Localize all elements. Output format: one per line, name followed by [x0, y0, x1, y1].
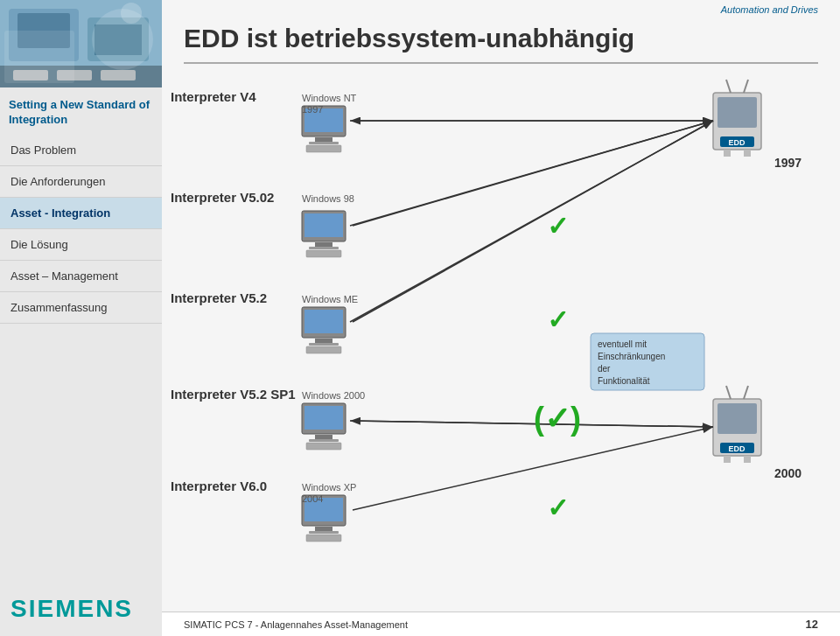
svg-rect-18: [309, 247, 339, 249]
svg-text:Windows 98: Windows 98: [302, 193, 354, 204]
svg-rect-3: [88, 17, 149, 61]
svg-rect-17: [315, 242, 332, 247]
svg-text:Windows XP: Windows XP: [302, 482, 356, 493]
svg-text:Windows 2000: Windows 2000: [302, 390, 365, 401]
brand-text: Setting a New Standard of Integration: [9, 98, 153, 128]
sidebar-item-asset-management[interactable]: Asset – Management: [0, 261, 162, 292]
svg-line-61: [353, 427, 713, 510]
svg-line-38: [744, 80, 748, 93]
sidebar-item-zusammenfassung[interactable]: Zusammenfassung: [0, 292, 162, 324]
sidebar-image: [0, 0, 162, 87]
edd-device-top: EDD: [713, 80, 761, 157]
top-bar-text: Automation and Drives: [721, 4, 818, 15]
edd-device-bottom: EDD: [713, 386, 761, 463]
svg-text:✓: ✓: [547, 305, 569, 334]
svg-rect-36: [718, 97, 757, 128]
svg-rect-7: [13, 70, 48, 80]
svg-line-59: [353, 121, 713, 322]
svg-text:2000: 2000: [774, 466, 802, 480]
siemens-logo-area: SIEMENS: [0, 582, 162, 636]
svg-rect-32: [315, 527, 332, 531]
sidebar-item-die-anforderungen[interactable]: Die Anforderungen: [0, 166, 162, 198]
svg-rect-44: [718, 403, 757, 434]
computer-v52sp1: [302, 403, 346, 450]
svg-rect-34: [306, 535, 341, 542]
svg-line-45: [726, 386, 731, 399]
svg-rect-49: [724, 456, 731, 463]
sidebar-item-asset-integration[interactable]: Asset - Integration: [0, 198, 162, 229]
footer-page: 12: [806, 618, 818, 631]
svg-line-60: [353, 421, 713, 427]
svg-rect-27: [315, 435, 332, 439]
svg-rect-24: [306, 346, 341, 353]
svg-rect-29: [306, 443, 341, 450]
svg-rect-16: [304, 213, 343, 237]
footer-text: SIMATIC PCS 7 - Anlagennahes Asset-Manag…: [184, 619, 408, 630]
svg-rect-50: [744, 456, 751, 463]
sidebar-item-die-loesung[interactable]: Die Lösung: [0, 229, 162, 261]
svg-text:✓: ✓: [547, 212, 569, 241]
svg-rect-26: [304, 406, 343, 430]
svg-rect-33: [309, 531, 339, 534]
sidebar: Setting a New Standard of Integration Da…: [0, 0, 162, 636]
svg-rect-28: [309, 439, 339, 442]
diagram-area: EDD EDD: [162, 64, 840, 612]
main-content: Automation and Drives EDD ist betriebssy…: [162, 0, 840, 636]
svg-rect-9: [101, 70, 136, 80]
svg-line-46: [744, 386, 748, 399]
svg-line-37: [726, 80, 731, 93]
svg-rect-8: [57, 70, 92, 80]
svg-text:EDD: EDD: [728, 444, 746, 453]
svg-rect-14: [306, 145, 341, 152]
svg-text:Funktionalität: Funktionalität: [598, 376, 650, 386]
svg-rect-23: [309, 343, 339, 346]
siemens-logo: SIEMENS: [10, 595, 151, 623]
svg-text:Interpreter V5.2 SP1: Interpreter V5.2 SP1: [171, 387, 296, 402]
svg-text:(✓): (✓): [534, 401, 581, 437]
svg-text:✓: ✓: [547, 493, 569, 522]
sidebar-brand: Setting a New Standard of Integration: [0, 87, 162, 135]
sidebar-nav: Das Problem Die Anforderungen Asset - In…: [0, 135, 162, 582]
svg-text:Interpreter V6.0: Interpreter V6.0: [171, 479, 267, 493]
svg-rect-4: [94, 24, 142, 55]
svg-text:Einschränkungen: Einschränkungen: [598, 352, 665, 361]
svg-rect-12: [315, 137, 332, 142]
svg-rect-21: [304, 310, 343, 333]
svg-text:der: der: [598, 364, 611, 374]
svg-text:1997: 1997: [774, 156, 802, 170]
svg-rect-19: [306, 250, 341, 257]
diagram-svg: EDD EDD: [162, 64, 840, 612]
svg-text:EDD: EDD: [728, 138, 746, 147]
svg-text:Interpreter V5.2: Interpreter V5.2: [171, 290, 267, 305]
svg-text:Interpreter V4: Interpreter V4: [171, 89, 256, 104]
svg-rect-22: [315, 339, 332, 343]
svg-text:2004: 2004: [302, 493, 323, 504]
top-bar: Automation and Drives: [184, 0, 818, 19]
svg-text:1997: 1997: [302, 104, 323, 115]
svg-line-58: [353, 121, 713, 226]
computer-v52: [302, 307, 346, 353]
svg-rect-2: [18, 13, 70, 48]
page-title: EDD ist betriebssystem-unabhängig: [184, 19, 818, 64]
svg-text:Windows NT: Windows NT: [302, 93, 357, 103]
svg-text:eventuell mit: eventuell mit: [598, 339, 647, 349]
svg-rect-41: [724, 150, 731, 157]
sidebar-item-das-problem[interactable]: Das Problem: [0, 135, 162, 166]
svg-rect-42: [744, 150, 751, 157]
footer: SIMATIC PCS 7 - Anlagennahes Asset-Manag…: [162, 612, 840, 636]
svg-rect-13: [309, 142, 339, 144]
svg-point-5: [121, 3, 142, 24]
header: Automation and Drives EDD ist betriebssy…: [162, 0, 840, 64]
svg-text:Windows ME: Windows ME: [302, 294, 358, 304]
computer-v502: [302, 211, 346, 257]
svg-text:Interpreter V5.02: Interpreter V5.02: [171, 190, 274, 205]
